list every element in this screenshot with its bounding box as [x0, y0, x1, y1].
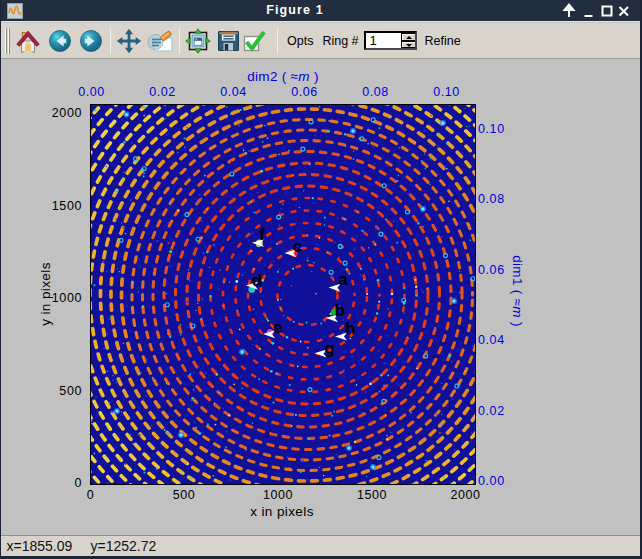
- svg-text:g: g: [324, 338, 334, 357]
- svg-text:f: f: [259, 224, 265, 243]
- svg-text:a: a: [338, 270, 348, 289]
- svg-text:e: e: [272, 317, 281, 336]
- svg-text:b: b: [334, 301, 344, 320]
- svg-text:c: c: [292, 237, 301, 256]
- svg-text:d: d: [251, 271, 261, 290]
- svg-text:h: h: [345, 319, 355, 338]
